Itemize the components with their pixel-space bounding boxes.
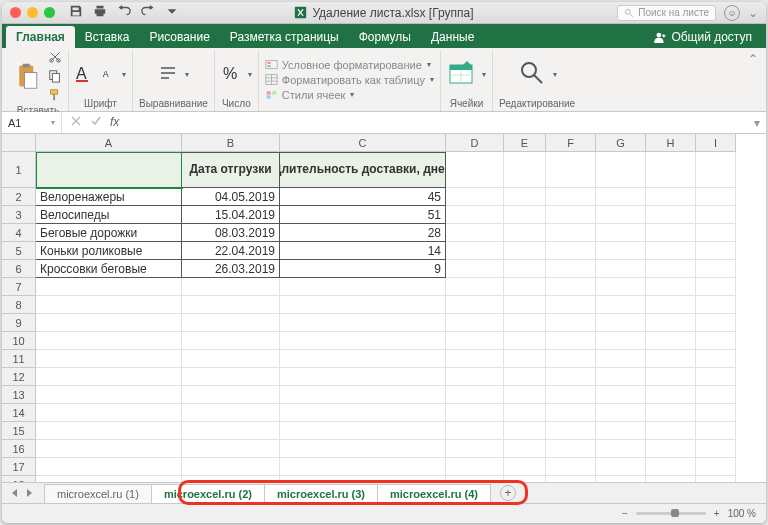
row-header[interactable]: 4 [2, 224, 36, 242]
cell[interactable] [182, 422, 280, 440]
print-icon[interactable] [93, 4, 107, 21]
cell[interactable] [696, 332, 736, 350]
col-header-B[interactable]: B [182, 134, 280, 152]
cell[interactable] [596, 206, 646, 224]
tab-home[interactable]: Главная [6, 26, 75, 48]
cell[interactable] [36, 422, 182, 440]
row-header[interactable]: 18 [2, 476, 36, 482]
cell[interactable] [280, 368, 446, 386]
cell[interactable] [280, 404, 446, 422]
cell[interactable]: 28 [280, 224, 446, 242]
cell[interactable] [36, 368, 182, 386]
cell[interactable] [696, 440, 736, 458]
font-large-icon[interactable]: A [75, 63, 95, 86]
row-header[interactable]: 1 [2, 152, 36, 188]
col-header-A[interactable]: A [36, 134, 182, 152]
cell[interactable] [504, 242, 546, 260]
cell[interactable]: Велоренажеры [36, 188, 182, 206]
cell[interactable] [646, 224, 696, 242]
cell[interactable]: Кроссовки беговые [36, 260, 182, 278]
cells[interactable]: Дата отгрузкиДлительность доставки, дней… [36, 152, 766, 482]
row-header[interactable]: 9 [2, 314, 36, 332]
cell[interactable]: 14 [280, 242, 446, 260]
chevron-down-icon[interactable]: ▾ [122, 70, 126, 79]
cell[interactable]: Велосипеды [36, 206, 182, 224]
row-header[interactable]: 17 [2, 458, 36, 476]
cell[interactable] [36, 458, 182, 476]
zoom-value[interactable]: 100 % [728, 508, 756, 519]
cell[interactable] [504, 152, 546, 188]
cell[interactable] [646, 314, 696, 332]
cell[interactable]: 45 [280, 188, 446, 206]
cell-styles-button[interactable]: Стили ячеек▾ [265, 88, 434, 101]
cell[interactable]: 9 [280, 260, 446, 278]
cell[interactable] [504, 440, 546, 458]
cell[interactable] [182, 458, 280, 476]
cell[interactable]: Коньки роликовые [36, 242, 182, 260]
cell[interactable] [646, 260, 696, 278]
cell[interactable] [596, 404, 646, 422]
row-header[interactable]: 2 [2, 188, 36, 206]
cell[interactable] [696, 368, 736, 386]
sheet-tab[interactable]: microexcel.ru (4) [377, 484, 491, 503]
search-input[interactable]: Поиск на листе [617, 5, 716, 21]
cell[interactable] [546, 458, 596, 476]
cell[interactable] [504, 368, 546, 386]
row-header[interactable]: 7 [2, 278, 36, 296]
cell[interactable] [596, 386, 646, 404]
cell[interactable] [596, 314, 646, 332]
cell[interactable] [696, 152, 736, 188]
cell[interactable] [596, 458, 646, 476]
cell[interactable] [446, 368, 504, 386]
cell[interactable] [446, 386, 504, 404]
cell[interactable] [446, 242, 504, 260]
cell[interactable] [182, 314, 280, 332]
save-icon[interactable] [69, 4, 83, 21]
undo-icon[interactable] [117, 4, 131, 21]
cell[interactable] [546, 386, 596, 404]
conditional-formatting-button[interactable]: Условное форматирование▾ [265, 58, 434, 71]
tab-data[interactable]: Данные [421, 26, 484, 48]
col-header-E[interactable]: E [504, 134, 546, 152]
cell[interactable] [36, 440, 182, 458]
cell[interactable] [696, 422, 736, 440]
cell[interactable] [504, 188, 546, 206]
row-header[interactable]: 16 [2, 440, 36, 458]
cell[interactable] [696, 206, 736, 224]
cell[interactable] [696, 404, 736, 422]
cell[interactable] [546, 296, 596, 314]
cell[interactable]: 22.04.2019 [182, 242, 280, 260]
row-header[interactable]: 3 [2, 206, 36, 224]
cell[interactable] [504, 296, 546, 314]
cell[interactable]: 04.05.2019 [182, 188, 280, 206]
cell[interactable] [596, 152, 646, 188]
cell[interactable] [596, 242, 646, 260]
cell[interactable] [546, 422, 596, 440]
redo-icon[interactable] [141, 4, 155, 21]
cell[interactable] [504, 314, 546, 332]
row-header[interactable]: 13 [2, 386, 36, 404]
cell[interactable] [182, 404, 280, 422]
cell[interactable] [596, 440, 646, 458]
row-header[interactable]: 11 [2, 350, 36, 368]
share-button[interactable]: Общий доступ [644, 26, 762, 48]
cell[interactable] [36, 386, 182, 404]
cell[interactable] [504, 224, 546, 242]
zoom-slider[interactable] [636, 512, 706, 515]
tab-formulas[interactable]: Формулы [349, 26, 421, 48]
row-header[interactable]: 14 [2, 404, 36, 422]
cell[interactable]: Беговые дорожки [36, 224, 182, 242]
cell[interactable] [546, 188, 596, 206]
paste-icon[interactable] [14, 62, 42, 93]
cell[interactable] [546, 440, 596, 458]
chevron-down-icon[interactable]: ▾ [185, 70, 189, 79]
cell[interactable]: 15.04.2019 [182, 206, 280, 224]
cell[interactable] [546, 332, 596, 350]
cell[interactable] [504, 206, 546, 224]
cell[interactable] [446, 440, 504, 458]
cell[interactable] [646, 332, 696, 350]
copy-icon[interactable] [48, 69, 62, 86]
zoom-out-icon[interactable]: − [622, 508, 628, 519]
cell[interactable] [646, 458, 696, 476]
cell[interactable] [182, 296, 280, 314]
